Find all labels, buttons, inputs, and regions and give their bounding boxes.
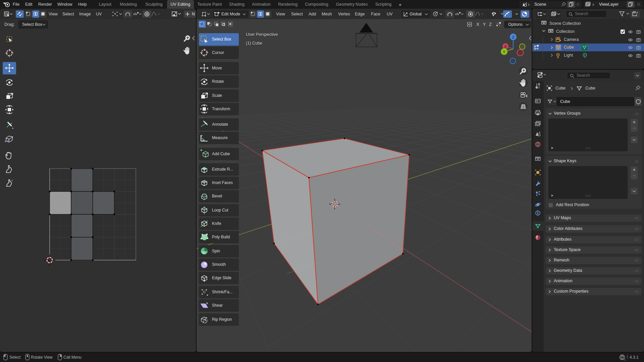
svg-text:1: 1 [624, 358, 626, 361]
svg-text:Z: Z [512, 35, 515, 39]
svg-text:X: X [504, 45, 507, 49]
svg-text:Y: Y [503, 50, 505, 54]
